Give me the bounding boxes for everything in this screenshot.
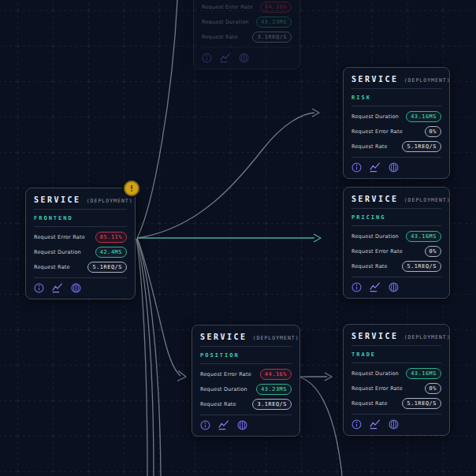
metrics-list: Request Duration43.16MSRequest Error Rat… <box>351 226 441 277</box>
metrics-list: Request Duration43.16MSRequest Error Rat… <box>351 363 441 415</box>
metric-value-pill: 43.23MS <box>256 384 292 395</box>
metric-row: Request Error Rate0% <box>351 381 441 396</box>
metric-label: Request Duration <box>202 19 249 25</box>
service-name: RISK <box>351 89 441 106</box>
profiles-icon[interactable] <box>389 282 399 292</box>
info-icon[interactable] <box>200 420 210 430</box>
service-card-position[interactable]: SERVICE (DEPLOYMENT) POSITION Request Er… <box>192 325 300 437</box>
card-title: SERVICE <box>351 195 399 203</box>
service-map-canvas[interactable]: Request Error Rate44.16%Request Duration… <box>0 0 476 476</box>
metric-value-pill: 5.1REQ/S <box>402 261 441 272</box>
profiles-icon[interactable] <box>71 283 81 293</box>
service-name: TRADE <box>351 346 441 363</box>
metrics-chart-icon[interactable] <box>218 420 229 430</box>
metric-value-pill: 44.16% <box>260 369 292 380</box>
warning-badge[interactable]: ! <box>124 180 139 196</box>
info-icon[interactable] <box>34 283 44 293</box>
metric-label: Request Error Rate <box>351 385 403 392</box>
service-name: FRONTEND <box>34 210 127 227</box>
metric-label: Request Duration <box>351 113 399 120</box>
metric-row: Request Rate5.1REQ/S <box>34 259 127 274</box>
metric-label: Request Rate <box>351 263 388 270</box>
card-kind-label: (DEPLOYMENT) <box>87 198 133 204</box>
metrics-chart-icon[interactable] <box>220 53 231 63</box>
profiles-icon[interactable] <box>389 419 399 430</box>
metric-value-pill: 5.1REQ/S <box>402 141 441 152</box>
profiles-icon[interactable] <box>237 420 247 430</box>
metric-value-pill: 42.4MS <box>95 247 127 258</box>
card-footer <box>34 278 127 293</box>
metric-label: Request Rate <box>200 401 236 407</box>
metric-row: Request Error Rate0% <box>351 124 441 139</box>
metric-row: Request Duration43.16MS <box>351 229 441 244</box>
card-kind-label: (DEPLOYMENT) <box>404 334 451 340</box>
metrics-list: Request Duration43.16MSRequest Error Rat… <box>351 106 441 158</box>
service-card-pricing[interactable]: SERVICE (DEPLOYMENT) PRICING Request Dur… <box>343 187 450 299</box>
metrics-list: Request Error Rate85.11%Request Duration… <box>34 227 127 278</box>
service-name: PRICING <box>351 209 441 226</box>
metric-label: Request Error Rate <box>202 4 253 10</box>
service-card-trade[interactable]: SERVICE (DEPLOYMENT) TRADE Request Durat… <box>343 324 450 436</box>
metric-value-pill: 3.1REQ/S <box>252 32 292 43</box>
info-icon[interactable] <box>202 53 212 63</box>
metrics-chart-icon[interactable] <box>370 282 381 292</box>
metrics-chart-icon[interactable] <box>52 283 63 293</box>
metric-value-pill: 0% <box>425 126 441 137</box>
card-title: SERVICE <box>34 195 81 204</box>
card-footer <box>200 415 292 430</box>
metrics-chart-icon[interactable] <box>370 162 381 173</box>
info-icon[interactable] <box>351 419 362 430</box>
card-footer <box>351 415 441 430</box>
card-footer <box>202 48 292 63</box>
metric-value-pill: 5.1REQ/S <box>87 262 127 273</box>
edge-position-to-offscreen-bottom-4[interactable] <box>300 377 342 476</box>
card-footer <box>351 277 441 292</box>
metric-label: Request Duration <box>351 233 399 240</box>
edge-frontend-to-ghost-top[interactable] <box>137 0 177 238</box>
metric-value-pill: 3.1REQ/S <box>252 399 292 410</box>
metrics-list: Request Error Rate44.16%Request Duration… <box>202 0 292 48</box>
metric-label: Request Error Rate <box>200 371 251 377</box>
metric-row: Request Error Rate85.11% <box>34 229 127 244</box>
metric-label: Request Error Rate <box>351 248 403 255</box>
metric-row: Request Duration43.23MS <box>202 14 292 29</box>
profiles-icon[interactable] <box>239 53 249 63</box>
metrics-list: Request Error Rate44.16%Request Duration… <box>200 364 292 415</box>
service-card-ghost-top[interactable]: Request Error Rate44.16%Request Duration… <box>193 0 300 69</box>
metric-label: Request Duration <box>351 370 399 377</box>
metric-value-pill: 43.23MS <box>256 17 292 28</box>
info-icon[interactable] <box>351 162 362 173</box>
metric-label: Request Rate <box>202 34 238 40</box>
metric-value-pill: 43.16MS <box>406 111 441 122</box>
metric-value-pill: 0% <box>425 246 441 257</box>
metric-row: Request Duration42.4MS <box>34 244 127 259</box>
card-header: SERVICE (DEPLOYMENT) <box>351 74 441 89</box>
profiles-icon[interactable] <box>389 162 399 173</box>
service-card-frontend[interactable]: ! SERVICE (DEPLOYMENT) FRONTEND Request … <box>25 188 136 299</box>
metric-label: Request Duration <box>34 249 81 255</box>
metric-row: Request Rate3.1REQ/S <box>202 29 292 44</box>
metric-label: Request Rate <box>351 400 388 407</box>
card-kind-label: (DEPLOYMENT) <box>253 335 299 341</box>
info-icon[interactable] <box>351 282 362 292</box>
metric-label: Request Rate <box>351 143 388 150</box>
service-card-risk[interactable]: SERVICE (DEPLOYMENT) RISK Request Durati… <box>343 67 450 179</box>
metric-value-pill: 43.16MS <box>406 231 441 242</box>
card-kind-label: (DEPLOYMENT) <box>404 77 451 84</box>
metric-value-pill: 43.16MS <box>406 368 441 379</box>
metric-row: Request Rate5.1REQ/S <box>351 396 441 411</box>
metric-value-pill: 0% <box>425 383 441 394</box>
metrics-chart-icon[interactable] <box>370 419 381 430</box>
metric-label: Request Error Rate <box>351 128 403 135</box>
card-header: SERVICE (DEPLOYMENT) <box>200 332 292 347</box>
metric-row: Request Duration43.16MS <box>351 366 441 381</box>
metric-value-pill: 5.1REQ/S <box>402 398 441 409</box>
metric-row: Request Rate3.1REQ/S <box>200 396 292 411</box>
card-kind-label: (DEPLOYMENT) <box>404 197 451 203</box>
metric-label: Request Error Rate <box>34 234 85 240</box>
card-footer <box>351 158 441 173</box>
edge-frontend-to-position[interactable] <box>137 238 180 376</box>
service-name: POSITION <box>200 347 292 364</box>
metric-row: Request Rate5.1REQ/S <box>351 139 441 154</box>
metric-value-pill: 85.11% <box>95 232 127 243</box>
